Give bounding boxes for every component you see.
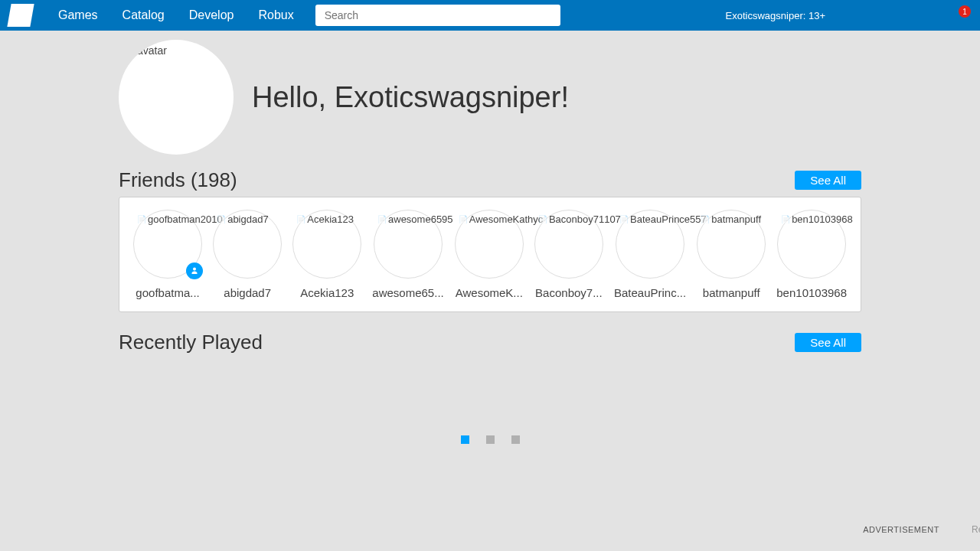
online-status-icon [186,262,203,279]
friend-avatar: Baconboy71107 [534,210,603,279]
logo-icon[interactable] [7,4,34,27]
friends-see-all-button[interactable]: See All [795,171,861,190]
greeting-title: Hello, Exoticswagsniper! [252,81,569,114]
svg-point-0 [193,268,196,271]
top-nav: Games Catalog Develop Robux Exoticswagsn… [0,0,980,31]
loading-dot-icon [511,435,520,444]
friend-name: abigdad7 [224,286,271,299]
friend-avatar: awesome6595 [374,210,443,279]
loading-dot-icon [461,435,469,444]
avatar[interactable]: avatar [119,40,234,155]
loading-indicator [119,359,861,520]
avatar-alt-text: avatar [137,44,167,57]
friend-avatar: batmanpuff [697,210,766,279]
notification-badge[interactable]: 1 [959,5,971,18]
friend-avatar: goofbatman2010 [133,210,202,279]
friend-item[interactable]: AwesomeKathyc AwesomeK... [455,210,524,299]
nav-games[interactable]: Games [46,8,110,22]
friends-title: Friends (198) [119,168,237,192]
search-input[interactable] [315,5,560,26]
friend-item[interactable]: batmanpuff batmanpuff [697,210,766,299]
report-link[interactable]: Report [972,524,980,535]
nav-robux[interactable]: Robux [246,8,305,22]
nav-catalog[interactable]: Catalog [110,8,177,22]
nav-develop[interactable]: Develop [177,8,247,22]
friend-item[interactable]: awesome6595 awesome65... [372,210,443,299]
advertisement-row: ADVERTISEMENT Report [119,520,980,550]
friend-name: awesome65... [372,286,443,299]
friend-avatar: Acekia123 [292,210,361,279]
advertisement-label: ADVERTISEMENT [863,525,939,534]
hero-section: avatar Hello, Exoticswagsniper! [119,40,861,155]
friend-item[interactable]: BateauPrince557 BateauPrinc... [614,210,686,299]
user-age-label[interactable]: Exoticswagsniper: 13+ [726,10,825,21]
recently-played-see-all-button[interactable]: See All [795,333,861,352]
friend-item[interactable]: abigdad7 abigdad7 [213,210,282,299]
friends-list: goofbatman2010 goofbatma... abigdad7 abi… [119,197,861,312]
recently-played-title: Recently Played [119,331,263,354]
friend-name: AwesomeK... [456,286,523,299]
friend-item[interactable]: ben10103968 ben10103968 [776,210,847,299]
friend-name: Baconboy7... [535,286,603,299]
friend-avatar: BateauPrince557 [616,210,684,279]
friend-name: ben10103968 [776,286,847,299]
friend-avatar: ben10103968 [777,210,846,279]
friend-name: BateauPrinc... [614,286,686,299]
friend-name: Acekia123 [300,286,354,299]
loading-dot-icon [486,435,495,444]
friend-avatar: abigdad7 [213,210,282,279]
friend-item[interactable]: Acekia123 Acekia123 [292,210,361,299]
friend-item[interactable]: Baconboy71107 Baconboy7... [534,210,603,299]
friend-name: batmanpuff [703,286,760,299]
friend-name: goofbatma... [136,286,199,299]
friend-avatar: AwesomeKathyc [455,210,524,279]
friend-item[interactable]: goofbatman2010 goofbatma... [133,210,202,299]
